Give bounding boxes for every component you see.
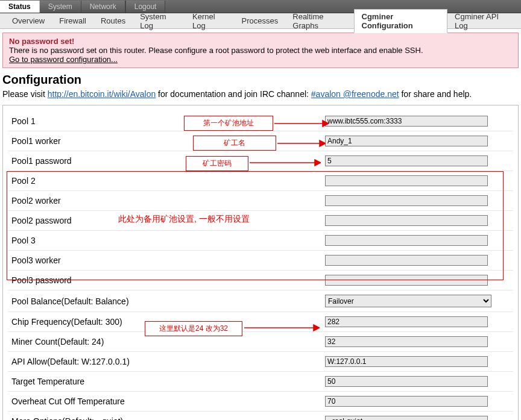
label-overheat: Overheat Cut Off Temperature [11,396,325,406]
input-targettemp[interactable] [325,376,488,387]
alert-link[interactable]: Go to password configuration... [9,55,118,64]
row-balance: Pool Balance(Default: Balance) Failover [8,290,513,312]
row-pool1pass: Pool1 password [8,151,513,171]
subtab-firewall[interactable]: Firewall [52,14,93,28]
subtab-processes[interactable]: Processes [235,14,286,28]
help-text: Please visit http://en.bitcoin.it/wiki/A… [2,89,519,99]
label-pool1worker: Pool1 worker [11,136,325,146]
subtab-routes[interactable]: Routes [93,14,133,28]
input-chipfreq[interactable] [325,316,488,327]
label-pool1: Pool 1 [11,116,325,126]
label-minercount: Miner Count(Default: 24) [11,337,325,346]
label-targettemp: Target Temperature [11,377,325,386]
subtab-apilog[interactable]: Cgminer API Log [447,10,516,33]
row-pool2worker: Pool2 worker [8,191,513,211]
row-targettemp: Target Temperature [8,372,513,392]
row-apiallow: API Allow(Default: W:127.0.0.1) [8,352,513,372]
row-pool3pass: Pool3 password [8,271,513,290]
alert-title: No password set! [9,37,74,46]
subtab-systemlog[interactable]: System Log [133,10,185,33]
input-pool1[interactable] [325,116,488,127]
row-pool2pass: Pool2 password [8,211,513,231]
config-form: Pool 1 Pool1 worker Pool1 password Pool … [2,105,519,420]
help-post: for share and help. [399,89,472,99]
tab-network[interactable]: Network [81,1,125,13]
subtab-overview[interactable]: Overview [5,14,52,28]
input-pool3worker[interactable] [325,255,488,266]
label-pool2pass: Pool2 password [11,216,325,225]
row-pool1worker: Pool1 worker [8,131,513,151]
alert-body: There is no password set on this router.… [9,46,423,55]
label-apiallow: API Allow(Default: W:127.0.0.1) [11,357,325,366]
page-title: Configuration [2,73,519,87]
input-pool3pass[interactable] [325,275,488,286]
input-pool3[interactable] [325,235,488,246]
no-password-alert: No password set! There is no password se… [2,33,519,68]
label-pool3worker: Pool3 worker [11,255,325,265]
row-overheat: Overheat Cut Off Temperature [8,392,513,412]
input-pool1pass[interactable] [325,155,488,166]
input-moreopts[interactable] [325,416,488,420]
input-pool2worker[interactable] [325,195,488,206]
label-pool3pass: Pool3 password [11,275,325,285]
input-minercount[interactable] [325,336,488,347]
subtab-kernellog[interactable]: Kernel Log [185,10,235,33]
input-pool2[interactable] [325,175,488,186]
row-minercount: Miner Count(Default: 24) [8,332,513,352]
help-pre: Please visit [2,89,48,99]
input-pool1worker[interactable] [325,136,488,146]
sub-tabbar: Overview Firewall Routes System Log Kern… [0,13,521,29]
tab-status[interactable]: Status [0,1,40,13]
row-pool3worker: Pool3 worker [8,251,513,271]
label-pool1pass: Pool1 password [11,156,325,166]
row-pool3: Pool 3 [8,231,513,251]
row-moreopts: More Options(Default: --quiet) [8,412,513,420]
tab-system[interactable]: System [40,1,81,13]
label-pool2: Pool 2 [11,176,325,186]
input-overheat[interactable] [325,396,488,407]
wiki-link[interactable]: http://en.bitcoin.it/wiki/Avalon [48,89,156,99]
input-pool2pass[interactable] [325,215,488,226]
subtab-realtime[interactable]: Realtime Graphs [285,10,353,33]
subtab-cgminer[interactable]: Cgminer Configuration [354,9,448,33]
row-pool1: Pool 1 [8,111,513,131]
label-moreopts: More Options(Default: --quiet) [11,416,325,420]
select-balance[interactable]: Failover [325,295,491,307]
row-pool2: Pool 2 [8,171,513,191]
label-balance: Pool Balance(Default: Balance) [11,296,325,306]
help-mid: for documentation and join IRC channel: [156,89,311,99]
label-chipfreq: Chip Frequency(Default: 300) [11,317,325,327]
label-pool2worker: Pool2 worker [11,196,325,205]
label-pool3: Pool 3 [11,236,325,245]
irc-link[interactable]: #avalon @freenode.net [311,89,399,99]
input-apiallow[interactable] [325,356,488,367]
row-chipfreq: Chip Frequency(Default: 300) [8,312,513,332]
